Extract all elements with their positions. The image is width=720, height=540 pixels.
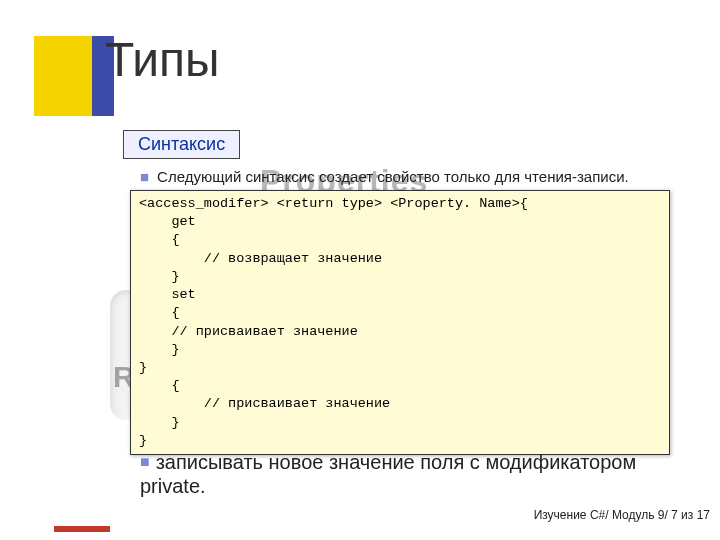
bullet-text: Следующий синтаксис создает свойство тол… [157, 168, 629, 185]
accent-square [34, 36, 114, 116]
body-paragraph: ■записывать новое значение поля с модифи… [140, 450, 660, 498]
red-underline [54, 526, 110, 532]
para-text: записывать новое значение поля с модифик… [140, 451, 636, 497]
slide-title: Типы [105, 32, 220, 87]
code-block: <access_modifer> <return type> <Property… [130, 190, 670, 455]
bullet-marker: ■ [140, 168, 149, 185]
para-marker: ■ [140, 453, 150, 470]
syntax-badge: Синтаксис [123, 130, 240, 159]
slide-root: Типы Синтаксис Properties ■Следующий син… [0, 0, 720, 540]
page-footer: Изучение C#/ Модуль 9/ 7 из 17 [534, 508, 710, 522]
bullet-readonly: ■Следующий синтаксис создает свойство то… [140, 168, 660, 185]
